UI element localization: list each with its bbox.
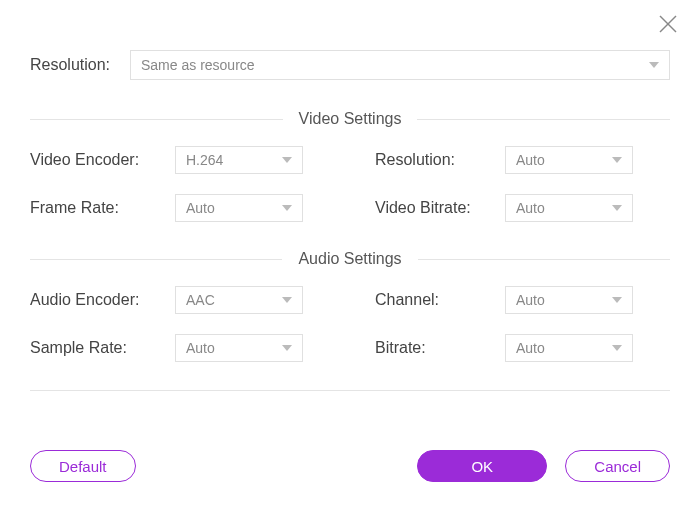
chevron-down-icon (612, 205, 622, 211)
divider-line (418, 259, 670, 260)
video-bitrate-select[interactable]: Auto (505, 194, 633, 222)
sample-rate-label: Sample Rate: (30, 339, 175, 357)
audio-encoder-value: AAC (186, 292, 215, 308)
frame-rate-value: Auto (186, 200, 215, 216)
divider-line (30, 119, 283, 120)
chevron-down-icon (649, 62, 659, 68)
audio-bitrate-label: Bitrate: (375, 339, 505, 357)
default-button-label: Default (59, 458, 107, 475)
video-bitrate-label: Video Bitrate: (375, 199, 505, 217)
chevron-down-icon (612, 157, 622, 163)
cancel-button[interactable]: Cancel (565, 450, 670, 482)
resolution-main-label: Resolution: (30, 56, 130, 74)
video-bitrate-value: Auto (516, 200, 545, 216)
frame-rate-select[interactable]: Auto (175, 194, 303, 222)
sample-rate-select[interactable]: Auto (175, 334, 303, 362)
audio-section-header: Audio Settings (30, 250, 670, 268)
frame-rate-label: Frame Rate: (30, 199, 175, 217)
video-resolution-value: Auto (516, 152, 545, 168)
channel-select[interactable]: Auto (505, 286, 633, 314)
video-resolution-select[interactable]: Auto (505, 146, 633, 174)
ok-button-label: OK (471, 458, 493, 475)
video-encoder-value: H.264 (186, 152, 223, 168)
chevron-down-icon (282, 345, 292, 351)
audio-encoder-select[interactable]: AAC (175, 286, 303, 314)
chevron-down-icon (612, 297, 622, 303)
divider-line (417, 119, 670, 120)
video-section-title: Video Settings (283, 110, 418, 128)
resolution-main-value: Same as resource (141, 57, 255, 73)
top-resolution-row: Resolution: Same as resource (30, 50, 670, 80)
audio-bitrate-select[interactable]: Auto (505, 334, 633, 362)
audio-settings-grid: Audio Encoder: AAC Channel: Auto Sample … (30, 286, 670, 362)
channel-value: Auto (516, 292, 545, 308)
default-button[interactable]: Default (30, 450, 136, 482)
cancel-button-label: Cancel (594, 458, 641, 475)
audio-encoder-label: Audio Encoder: (30, 291, 175, 309)
chevron-down-icon (282, 157, 292, 163)
close-icon (658, 14, 678, 34)
chevron-down-icon (282, 205, 292, 211)
button-row: Default OK Cancel (30, 450, 670, 482)
audio-section-title: Audio Settings (282, 250, 417, 268)
divider-line (30, 259, 282, 260)
sample-rate-value: Auto (186, 340, 215, 356)
video-section-header: Video Settings (30, 110, 670, 128)
bottom-divider (30, 390, 670, 391)
resolution-main-select[interactable]: Same as resource (130, 50, 670, 80)
channel-label: Channel: (375, 291, 505, 309)
chevron-down-icon (282, 297, 292, 303)
audio-bitrate-value: Auto (516, 340, 545, 356)
close-button[interactable] (656, 12, 680, 36)
video-encoder-select[interactable]: H.264 (175, 146, 303, 174)
video-resolution-label: Resolution: (375, 151, 505, 169)
video-encoder-label: Video Encoder: (30, 151, 175, 169)
video-settings-grid: Video Encoder: H.264 Resolution: Auto Fr… (30, 146, 670, 222)
ok-button[interactable]: OK (417, 450, 547, 482)
chevron-down-icon (612, 345, 622, 351)
